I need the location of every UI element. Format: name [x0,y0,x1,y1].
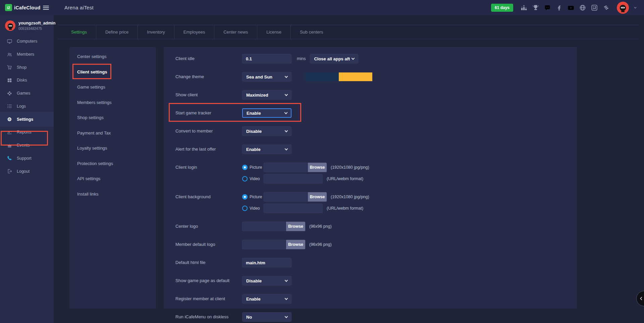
settings-menu-item-payment-and-tax[interactable]: Payment and Tax [69,125,156,141]
settings-menu-item-install-links[interactable]: Install links [69,186,156,202]
tab-employees[interactable]: Employees [174,25,214,39]
sidebar-item-logout[interactable]: Logout [0,165,54,178]
tab-center-news[interactable]: Center news [214,25,257,39]
settings-menu-item-game-settings[interactable]: Game settings [69,79,156,95]
trophy-icon[interactable] [532,4,540,12]
client-background-video-radio[interactable] [242,206,248,211]
client-background-video-input[interactable] [264,204,323,213]
hamburger-icon[interactable] [43,6,49,10]
sidebar-user: youngzsoft_admin 005193482475 [0,15,54,31]
gear-icon: ⚙ [7,116,12,122]
sidebar-item-reports[interactable]: Reports [0,126,54,139]
alert-last-offer-select[interactable]: Enable [242,145,291,154]
convert-to-member-select[interactable]: Disable [242,126,291,136]
client-background-picture-radio[interactable] [242,194,248,200]
settings-menu-item-loyalty-settings[interactable]: Loyalty settings [69,141,156,156]
run-icafemenu-select[interactable]: No [242,312,291,322]
client-background-picture-input[interactable] [264,192,308,202]
settings-menu-item-client-settings[interactable]: Client settings [69,64,156,80]
chevron-down-icon [352,56,355,60]
field-label: Show client [175,90,242,100]
youngzsoft-icon[interactable] [602,4,610,12]
tab-inventory[interactable]: Inventory [138,25,174,39]
ranking-icon[interactable] [520,4,528,12]
field-hint: (URL/webm format) [327,176,363,181]
sidebar-item-shop[interactable]: Shop [0,61,54,74]
chevron-down-icon [285,297,288,300]
chevron-down-icon [285,147,288,150]
globe-icon[interactable] [579,4,587,12]
sidebar-item-events[interactable]: Events [0,139,54,152]
field-label: Default html file [175,258,242,267]
discord-icon[interactable] [543,4,551,12]
form-row-convert-to-member: Convert to member Disable [175,126,577,136]
members-icon [7,52,12,57]
form-row-center-logo: Center logo Browse (96x96 png) [175,222,577,231]
field-hint: (96x96 png) [309,242,332,247]
form-row-client-idle: Client idle mins Close all apps after ch [175,54,577,63]
radio-label: Picture [250,195,264,199]
sidebar-item-disks[interactable]: Disks [0,74,54,87]
member-default-logo-browse-button[interactable]: Browse [286,240,305,249]
tab-license[interactable]: License [257,25,290,39]
field-label: Run iCafeMenu on diskless [175,312,242,322]
member-default-logo-input[interactable] [242,240,286,249]
sidebar-item-logs[interactable]: Logs [0,100,54,113]
sidebar-item-label: Logs [17,104,26,109]
user-menu-chevron-down-icon[interactable] [633,5,638,10]
settings-menu-item-protection-settings[interactable]: Protection settings [69,156,156,171]
support-phone-icon [7,155,12,161]
default-html-file-input[interactable] [242,258,291,267]
start-game-tracker-select[interactable]: Enable [242,108,291,118]
field-hint: (1920x1080 jpg/png) [331,165,369,170]
settings-menu-item-center-settings[interactable]: Center settings [69,49,156,64]
user-avatar[interactable] [617,2,629,14]
center-logo-input[interactable] [242,222,286,231]
field-label: Center logo [175,222,242,231]
field-label: Client login [175,163,242,172]
client-login-picture-browse-button[interactable]: Browse [308,163,327,172]
client-idle-input[interactable] [242,54,291,63]
show-game-page-select[interactable]: Disable [242,276,291,285]
settings-menu-item-api-settings[interactable]: API settings [69,171,156,186]
tab-define-price[interactable]: Define price [96,25,138,39]
client-login-video-radio[interactable] [242,176,248,181]
tab-settings[interactable]: Settings [58,25,96,39]
sidebar-item-games[interactable]: Games [0,87,54,100]
license-days-badge[interactable]: 61 days [491,4,513,12]
field-hint: (URL/webm format) [327,206,363,211]
sidebar-item-members[interactable]: Members [0,48,54,61]
form-row-show-game-page: Show game page as default Disable [175,276,577,285]
radio-label: Video [250,176,264,181]
client-background-picture-browse-button[interactable]: Browse [308,192,327,202]
brand-logo[interactable]: i2 iCafeCloud [5,4,41,11]
settings-menu-item-members-settings[interactable]: Members settings [69,95,156,110]
settings-content: Center settings Client settings Game set… [69,47,644,309]
sidebar-item-label: Shop [17,65,26,70]
sidebar-item-label: Logout [17,169,30,174]
sidebar-item-support[interactable]: Support [0,152,54,165]
form-row-member-default-logo: Member default logo Browse (96x96 png) [175,240,577,249]
sidebar-nav: Computers Members Shop Disks Games Logs … [0,35,54,178]
client-login-video-row: Video (URL/webm format) [242,174,369,183]
show-client-select[interactable]: Maximized [242,90,291,100]
settings-menu-item-shop-settings[interactable]: Shop settings [69,110,156,125]
page-title: Arena aiTest [64,5,94,10]
client-login-video-input[interactable] [264,174,323,183]
facebook-icon[interactable] [555,4,563,12]
register-member-select[interactable]: Enable [242,294,291,304]
client-login-picture-radio[interactable] [242,165,248,170]
client-login-picture-input[interactable] [264,163,308,172]
icafecloud-icon[interactable] [590,4,598,12]
chevron-down-icon [285,315,288,318]
form-row-change-theme: Change theme Sea and Sun [175,72,577,82]
center-logo-browse-button[interactable]: Browse [286,222,305,231]
youtube-icon[interactable] [567,4,575,12]
chevron-left-icon [639,296,644,301]
client-idle-action-select[interactable]: Close all apps after ch [310,54,358,63]
tab-sub-centers[interactable]: Sub centers [290,25,332,39]
change-theme-select[interactable]: Sea and Sun [242,72,291,82]
field-label: Convert to member [175,126,242,136]
sidebar-item-settings[interactable]: ⚙ Settings [0,112,54,127]
sidebar-item-computers[interactable]: Computers [0,35,54,48]
